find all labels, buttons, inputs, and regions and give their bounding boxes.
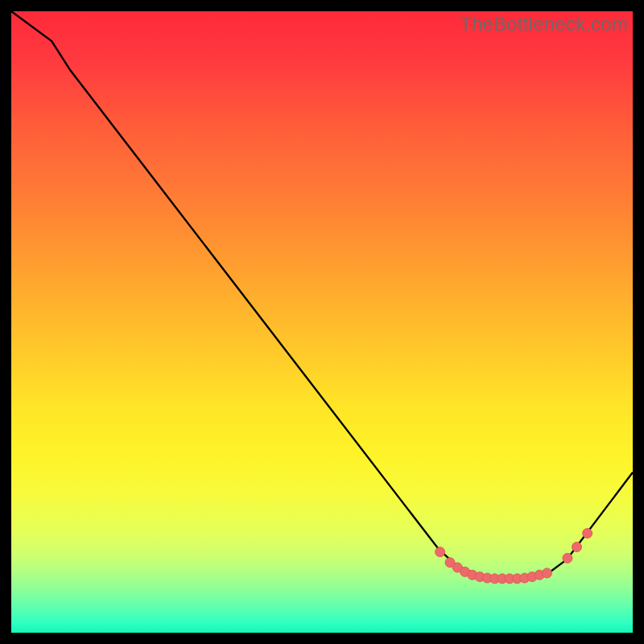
chart-svg [11,11,633,633]
data-marker [542,568,551,578]
data-marker [563,553,572,563]
main-curve [11,11,633,578]
data-marker [436,547,445,557]
chart-frame: TheBottleneck.com [11,11,633,633]
data-markers [436,528,592,583]
data-marker [583,528,592,538]
data-marker [572,542,582,551]
